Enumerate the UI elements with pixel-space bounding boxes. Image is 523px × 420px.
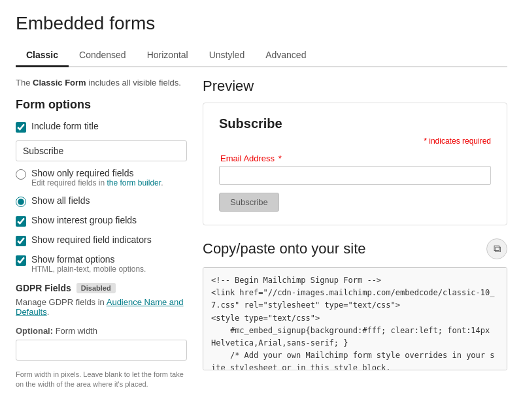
required-star: * [276,153,282,163]
preview-title: Preview [203,78,507,95]
include-form-title-label[interactable]: Include form title [31,121,99,131]
show-all-label[interactable]: Show all fields [31,195,90,206]
preview-box: Subscribe * indicates required Email Add… [203,103,507,225]
preview-submit-button[interactable]: Subscribe [219,193,279,212]
show-required-radio[interactable] [16,169,26,180]
show-format-sublabel: HTML, plain-text, mobile options. [31,265,146,274]
show-interest-checkbox[interactable] [16,216,26,227]
form-width-help: Form width in pixels. Leave blank to let… [16,370,187,390]
page-title: Embedded forms [16,13,507,34]
show-indicators-checkbox[interactable] [16,236,26,246]
preview-email-label: Email Address * [219,153,491,163]
preview-email-input[interactable] [219,166,491,185]
tab-condensed[interactable]: Condensed [69,44,137,67]
gdpr-label: GDPR Fields [16,283,71,293]
gdpr-manage-text: Manage GDPR fields in Audience Name and … [16,297,187,317]
left-panel: The Classic Form includes all visible fi… [16,78,187,390]
right-panel: Preview Subscribe * indicates required E… [203,78,507,390]
tab-horizontal[interactable]: Horizontal [137,44,199,67]
form-builder-link[interactable]: the form builder [107,178,161,187]
tab-advanced[interactable]: Advanced [255,44,316,67]
show-required-row: Show only required fields Edit required … [16,168,187,187]
gdpr-row: GDPR Fields Disabled [16,283,187,293]
include-form-title-row: Include form title [16,121,187,133]
show-indicators-label[interactable]: Show required field indicators [31,234,152,245]
show-format-label[interactable]: Show format options [31,254,115,265]
gdpr-badge: Disabled [76,283,116,293]
copy-paste-title-text: Copy/paste onto your site [203,240,365,257]
code-box[interactable]: <!-- Begin Mailchimp Signup Form --> <li… [203,267,507,370]
tabs-bar: Classic Condensed Horizontal Unstyled Ad… [16,44,507,67]
show-indicators-row: Show required field indicators [16,234,187,246]
preview-form-title: Subscribe [219,116,491,131]
show-all-radio[interactable] [16,197,26,207]
required-note-text: indicates required [429,137,491,146]
form-options-title: Form options [16,98,187,112]
form-width-input[interactable] [16,340,187,361]
tab-classic[interactable]: Classic [16,44,69,67]
copy-paste-section-title: Copy/paste onto your site ⧉ [203,238,507,259]
show-all-row: Show all fields [16,195,187,207]
required-asterisk: * [424,137,427,146]
form-title-input[interactable] [16,140,187,161]
show-format-row: Show format options HTML, plain-text, mo… [16,254,187,274]
preview-required-note: * indicates required [219,137,491,146]
show-format-checkbox[interactable] [16,255,26,266]
tab-unstyled[interactable]: Unstyled [199,44,255,67]
form-width-label-row: Optional: Form width [16,326,187,336]
show-interest-label[interactable]: Show interest group fields [31,215,137,225]
description-text: The Classic Form includes all visible fi… [16,78,187,88]
copy-button[interactable]: ⧉ [486,238,507,259]
show-required-sublabel: Edit required fields in the form builder… [31,178,163,187]
include-form-title-checkbox[interactable] [16,122,26,133]
show-interest-row: Show interest group fields [16,215,187,227]
show-required-label[interactable]: Show only required fields [31,168,133,178]
